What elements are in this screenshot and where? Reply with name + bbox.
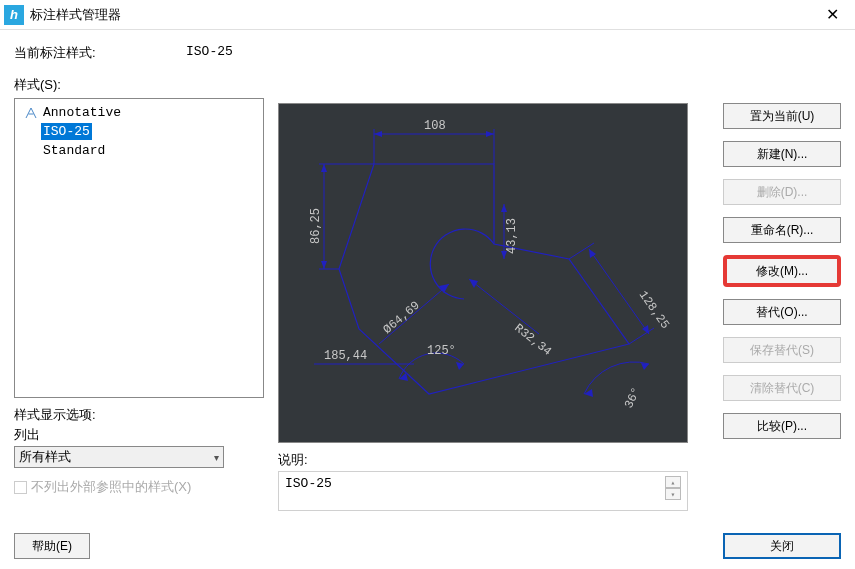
current-style-row: 当前标注样式: ISO-25	[14, 44, 841, 62]
svg-marker-26	[469, 279, 478, 288]
select-value: 所有样式	[19, 448, 71, 466]
window-title: 标注样式管理器	[30, 6, 121, 24]
current-style-value: ISO-25	[186, 44, 233, 62]
svg-text:R32,34: R32,34	[512, 321, 555, 359]
svg-line-25	[469, 279, 539, 334]
close-button[interactable]: 关闭	[723, 533, 841, 559]
current-style-label: 当前标注样式:	[14, 44, 186, 62]
display-options-label: 样式显示选项:	[14, 406, 264, 424]
description-spinner: ▴ ▾	[665, 476, 681, 500]
display-options: 样式显示选项: 列出 所有样式 ▾ 不列出外部参照中的样式(X)	[14, 406, 264, 496]
svg-text:86,25: 86,25	[309, 208, 323, 244]
svg-marker-4	[486, 131, 494, 137]
style-item-standard[interactable]: Standard	[21, 141, 257, 160]
style-item-label: ISO-25	[41, 123, 92, 140]
app-icon: h	[4, 5, 24, 25]
style-item-annotative[interactable]: Annotative	[21, 103, 257, 122]
help-button[interactable]: 帮助(E)	[14, 533, 90, 559]
list-label: 列出	[14, 426, 264, 444]
preview-canvas: 108 86,25 43,13	[278, 103, 688, 443]
modify-button[interactable]: 修改(M)...	[723, 255, 841, 287]
description-label: 说明:	[278, 451, 688, 469]
xref-checkbox-row: 不列出外部参照中的样式(X)	[14, 478, 264, 496]
title-bar: h 标注样式管理器 ✕	[0, 0, 855, 30]
svg-marker-10	[321, 261, 327, 269]
chevron-down-icon: ▾	[214, 452, 219, 463]
svg-marker-34	[641, 363, 649, 370]
svg-marker-13	[501, 204, 507, 212]
dialog-footer: 帮助(E) 关闭	[14, 533, 841, 559]
new-button[interactable]: 新建(N)...	[723, 141, 841, 167]
spinner-up[interactable]: ▴	[665, 476, 681, 488]
svg-text:36°: 36°	[622, 385, 644, 411]
dialog-content: 当前标注样式: ISO-25 样式(S): 预览: ISO-25 Annotat…	[0, 30, 855, 569]
svg-text:128,25: 128,25	[636, 288, 672, 331]
action-buttons: 置为当前(U) 新建(N)... 删除(D)... 重命名(R)... 修改(M…	[723, 103, 841, 511]
compare-button[interactable]: 比较(P)...	[723, 413, 841, 439]
set-current-button[interactable]: 置为当前(U)	[723, 103, 841, 129]
svg-text:108: 108	[424, 119, 446, 133]
xref-checkbox-label: 不列出外部参照中的样式(X)	[31, 478, 191, 496]
save-override-button[interactable]: 保存替代(S)	[723, 337, 841, 363]
style-item-label: Standard	[41, 142, 107, 159]
svg-marker-3	[374, 131, 382, 137]
override-button[interactable]: 替代(O)...	[723, 299, 841, 325]
svg-line-16	[589, 249, 649, 334]
svg-text:43,13: 43,13	[505, 218, 519, 254]
styles-filter-select[interactable]: 所有样式 ▾	[14, 446, 224, 468]
svg-text:Ø64,69: Ø64,69	[381, 299, 423, 338]
description-value: ISO-25	[285, 476, 332, 491]
spinner-down[interactable]: ▾	[665, 488, 681, 500]
style-item-label: Annotative	[41, 104, 123, 121]
description-box: ISO-25 ▴ ▾	[278, 471, 688, 511]
svg-marker-9	[321, 164, 327, 172]
svg-text:125°: 125°	[427, 344, 456, 358]
styles-listbox[interactable]: Annotative ISO-25 Standard	[14, 98, 264, 398]
clear-override-button[interactable]: 清除替代(C)	[723, 375, 841, 401]
style-item-iso25[interactable]: ISO-25	[21, 122, 257, 141]
delete-button[interactable]: 删除(D)...	[723, 179, 841, 205]
window-close-button[interactable]: ✕	[809, 0, 855, 30]
svg-text:185,44: 185,44	[324, 349, 367, 363]
annotative-icon	[23, 106, 39, 120]
xref-checkbox[interactable]	[14, 481, 27, 494]
svg-line-18	[629, 328, 654, 344]
rename-button[interactable]: 重命名(R)...	[723, 217, 841, 243]
styles-label: 样式(S):	[14, 76, 841, 94]
